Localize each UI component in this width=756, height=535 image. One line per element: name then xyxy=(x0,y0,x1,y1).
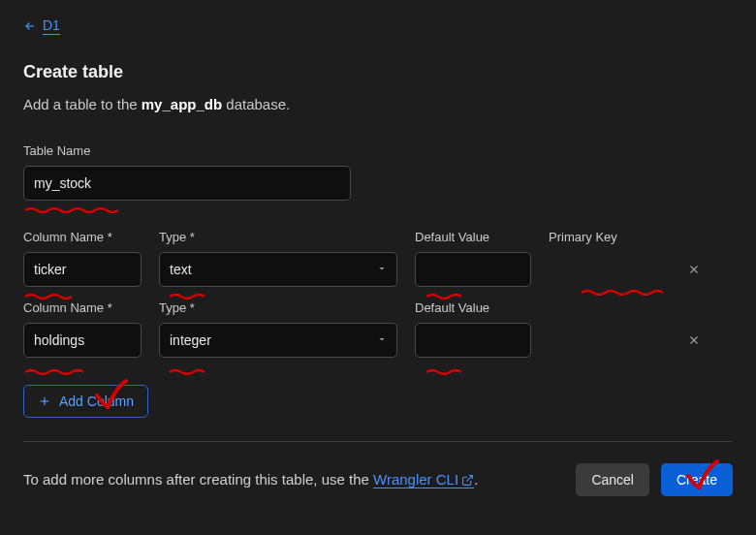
column-name-input[interactable] xyxy=(23,323,142,358)
primary-key-label: Primary Key xyxy=(549,230,665,244)
back-label: D1 xyxy=(43,17,60,35)
remove-column-button[interactable] xyxy=(682,258,706,281)
column-type-select[interactable] xyxy=(159,252,397,287)
remove-column-button[interactable] xyxy=(682,329,706,352)
footer-hint: To add more columns after creating this … xyxy=(23,471,478,489)
column-type-label: Type * xyxy=(159,230,397,244)
page-subtitle: Add a table to the my_app_db database. xyxy=(23,96,733,112)
column-type-select[interactable] xyxy=(159,323,397,358)
table-name-label: Table Name xyxy=(23,143,351,158)
page-title: Create table xyxy=(23,62,733,82)
column-name-label: Column Name * xyxy=(23,300,142,315)
divider xyxy=(23,441,733,442)
add-column-button[interactable]: Add Column xyxy=(23,385,148,418)
annotation-scribble xyxy=(168,368,214,376)
annotation-scribble xyxy=(425,368,471,376)
wrangler-label: Wrangler CLI xyxy=(373,471,458,488)
column-type-label: Type * xyxy=(159,300,397,315)
table-name-input[interactable] xyxy=(23,166,351,201)
cancel-button[interactable]: Cancel xyxy=(576,463,649,496)
default-value-input[interactable] xyxy=(415,323,531,358)
back-to-d1-link[interactable]: D1 xyxy=(23,17,60,35)
default-value-label: Default Value xyxy=(415,230,531,244)
arrow-left-icon xyxy=(23,19,37,33)
hint-suffix: . xyxy=(474,471,478,488)
column-name-input[interactable] xyxy=(23,252,142,287)
external-link-icon xyxy=(461,473,474,489)
column-name-label: Column Name * xyxy=(23,230,142,244)
close-icon xyxy=(687,333,701,347)
add-column-label: Add Column xyxy=(59,393,134,409)
subtitle-suffix: database. xyxy=(222,96,290,112)
default-value-label: Default Value xyxy=(415,300,531,315)
create-button[interactable]: Create xyxy=(661,463,733,496)
wrangler-cli-link[interactable]: Wrangler CLI xyxy=(373,471,474,488)
default-value-input[interactable] xyxy=(415,252,531,287)
annotation-scribble xyxy=(23,206,128,214)
column-row: Column Name * Type * Default Value xyxy=(23,300,733,358)
column-row: Column Name * Type * Default Value Prima… xyxy=(23,230,733,287)
columns-section: Column Name * Type * Default Value Prima… xyxy=(23,230,733,358)
db-name: my_app_db xyxy=(142,96,222,112)
subtitle-prefix: Add a table to the xyxy=(23,96,142,112)
close-icon xyxy=(687,263,701,276)
hint-prefix: To add more columns after creating this … xyxy=(23,471,373,488)
plus-icon xyxy=(38,394,51,408)
annotation-scribble xyxy=(23,368,93,376)
